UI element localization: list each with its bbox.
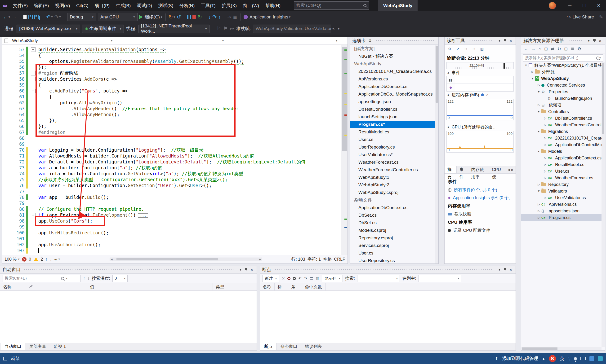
expander-icon[interactable]: ▷	[543, 176, 548, 180]
code-line[interactable]: 58−builder.Services.AddCors(c =>	[2, 76, 341, 82]
tree-item[interactable]: ▷⊞依赖项	[521, 102, 602, 108]
gear-icon[interactable]: ⚙	[368, 39, 372, 43]
solution-search-input[interactable]	[525, 56, 596, 60]
expander-icon[interactable]: ▷	[536, 183, 541, 186]
menu-item[interactable]: 项目(P)	[92, 0, 113, 11]
home-icon[interactable]: ⌂	[539, 47, 541, 52]
expander-icon[interactable]: ▷	[543, 196, 548, 199]
toggle-all-breakpoints-icon[interactable]	[287, 277, 290, 280]
application-insights-label[interactable]: Application Insights	[250, 14, 288, 20]
tab-command-window[interactable]: 命令窗口	[276, 343, 301, 350]
code-line[interactable]: 100app.UseHttpsRedirection();	[2, 230, 341, 236]
chevron-down-icon[interactable]: ▾	[497, 39, 502, 43]
flagged-threads-icon[interactable]: ⚑	[223, 26, 228, 32]
record-cpu-link[interactable]: 记录 CPU 配置文件	[448, 228, 512, 233]
breakpoints-grid[interactable]	[260, 291, 516, 343]
tree-item[interactable]: ▼⚙Properties	[521, 89, 602, 95]
goto-frame-icon[interactable]: ↦	[230, 26, 234, 32]
pin-icon[interactable]	[245, 268, 248, 272]
tabs-scroll-right-icon[interactable]: ▶	[511, 168, 514, 171]
all-events-link[interactable]: 所有事件(0 个, 共 0 个)	[448, 187, 512, 193]
events-track[interactable]	[455, 84, 513, 91]
menu-item[interactable]: 窗口(W)	[240, 0, 262, 11]
timeline-chart-icon[interactable]: ▥	[480, 47, 484, 51]
tab-locals[interactable]: 局部变量	[25, 343, 50, 350]
tree-item[interactable]: ▷C#ApplicationDbContext.cs	[521, 155, 602, 161]
code-surface[interactable]: 53−builder.Services.AddFluentValidation(…	[2, 45, 341, 255]
menu-item[interactable]: 调试(D)	[134, 0, 155, 11]
expander-icon[interactable]: ▷	[536, 209, 541, 213]
code-cleanup-icon[interactable]: ⚹	[54, 257, 57, 262]
break-all-icon[interactable]	[187, 15, 191, 19]
code-line[interactable]: 78var app = builder.Build();	[2, 195, 341, 200]
tab-document-item[interactable]: UserValidator.cs*	[350, 151, 435, 158]
autos-grid[interactable]	[0, 291, 256, 343]
close-icon[interactable]: ×	[509, 268, 513, 272]
user-avatar[interactable]	[549, 2, 556, 9]
code-line[interactable]: 99	[2, 224, 341, 230]
code-line[interactable]: 81+if (app.Environment.IsDevelopment()).…	[2, 212, 341, 218]
properties-icon[interactable]: ⚙	[577, 46, 581, 52]
code-line[interactable]: 101	[2, 236, 341, 242]
tab-document-item[interactable]: WeatherForecast.cs	[350, 158, 435, 166]
tab-document-item[interactable]: launchSettings.json	[350, 113, 435, 121]
column-value[interactable]: 值	[87, 283, 213, 290]
app-insights-events-link[interactable]: ◆ Application Insights 事件(0 个,	[448, 195, 512, 201]
tree-item[interactable]: ▷C#Program.cs	[521, 214, 602, 221]
tabs-scroll-left-icon[interactable]: ◀	[508, 168, 510, 171]
show-all-files-icon[interactable]: ≣	[571, 46, 574, 52]
expander-icon[interactable]: ▼	[530, 77, 535, 80]
expander-icon[interactable]: ▼	[536, 130, 541, 133]
expander-icon[interactable]: ▷	[543, 117, 548, 120]
code-line[interactable]: 73var a = builder.Configuration["a"]; //…	[2, 165, 341, 171]
code-line[interactable]: 74var inta = builder.Configuration.GetVa…	[2, 171, 341, 177]
tab-document-item[interactable]: User.cs	[350, 249, 435, 257]
search-dropdown[interactable]: ▾	[66, 277, 67, 280]
show-next-statement-icon[interactable]: ⇥	[227, 14, 231, 20]
tree-item[interactable]: ▼Migrations	[521, 128, 602, 135]
tab-document-item[interactable]: DbSet.cs	[350, 219, 435, 227]
close-icon[interactable]: ×	[598, 39, 603, 43]
tab-document-item[interactable]: ApplicationDbContext.cs	[350, 204, 435, 211]
solution-search-box[interactable]: ▾	[523, 54, 603, 62]
tab-cpu[interactable]: CPU 使...	[489, 166, 508, 173]
code-line[interactable]: 53−builder.Services.AddFluentValidation(…	[2, 47, 341, 52]
background-tasks-icon[interactable]	[3, 357, 7, 361]
menu-item[interactable]: 测试(S)	[155, 0, 176, 11]
expander-icon[interactable]: ▷	[543, 136, 548, 140]
tree-item[interactable]: ▼Models	[521, 148, 602, 155]
code-line[interactable]: 72var Default = builder.Configuration["L…	[2, 159, 341, 165]
tree-item[interactable]: ▼Validators	[521, 188, 602, 195]
thread-combo[interactable]: [13412] .NET ThreadPool Work...▾	[138, 25, 210, 33]
tab-document-item[interactable]: UserRepository.cs	[350, 257, 435, 263]
maximize-button[interactable]: ☐	[577, 0, 592, 11]
expander-icon[interactable]: ▷	[536, 216, 541, 219]
tab-document-item[interactable]: NuGet - 解决方案	[350, 52, 435, 60]
refresh-icon[interactable]: ↻	[557, 46, 561, 52]
error-count[interactable]: 0	[29, 257, 31, 262]
tab-document-item[interactable]: Repository.csproj	[350, 234, 435, 242]
line-ending[interactable]: CRLF	[334, 257, 345, 262]
tree-item[interactable]: {}launchSettings.json	[521, 95, 602, 102]
cpu-section-header[interactable]: ▲ CPU (所有处理器的百...	[444, 124, 516, 130]
show-columns-button[interactable]: 显示列▾	[322, 275, 343, 282]
scroll-left-icon[interactable]: ◀	[110, 258, 114, 261]
ime-punctuation-icon[interactable]: ’,	[568, 356, 571, 361]
tab-document-item[interactable]: UserRepository.cs	[350, 143, 435, 151]
tab-document-item[interactable]: WebApiStudy.csproj	[350, 189, 435, 196]
navigate-back-dropdown[interactable]: ▾	[9, 14, 10, 20]
scroll-right-icon[interactable]: ▶	[258, 258, 262, 261]
tab-document-item[interactable]: ApplicationDbContext.cs	[350, 83, 435, 90]
tree-item[interactable]: ▷Connected Services	[521, 82, 602, 89]
menu-item[interactable]: 工具(T)	[198, 0, 218, 11]
menu-item[interactable]: 编辑(E)	[31, 0, 52, 11]
tab-watch[interactable]: 监视 1	[50, 343, 70, 350]
code-line[interactable]: 59{	[2, 82, 341, 88]
fold-toggle[interactable]: −	[31, 47, 36, 52]
lifecycle-events-button[interactable]: ◉ 生命周期事件▾	[82, 25, 124, 33]
microphone-icon[interactable]	[574, 357, 577, 361]
column-name[interactable]: 名称	[260, 283, 275, 290]
code-line[interactable]: 56});	[2, 64, 341, 70]
code-line[interactable]: 75//获取并序列化为某某类型 Configuration.GetSection…	[2, 177, 341, 182]
new-breakpoint-button[interactable]: 新建▾	[262, 275, 279, 282]
